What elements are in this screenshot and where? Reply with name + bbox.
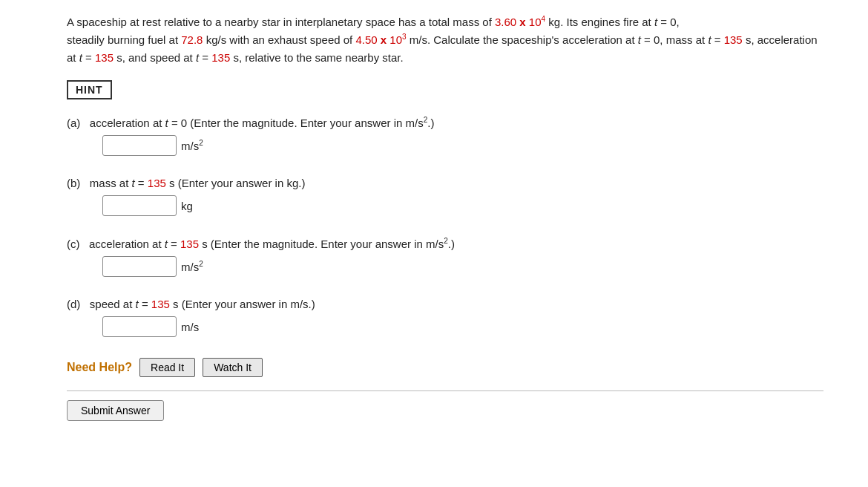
part-c-label: (c) acceleration at t = 135 s (Enter the… [67, 237, 823, 250]
hint-label: HINT [76, 84, 103, 96]
part-a-input[interactable] [102, 135, 177, 156]
part-a-label: (a) acceleration at t = 0 (Enter the mag… [67, 116, 823, 129]
burn-rate: 72.8 [181, 33, 203, 46]
exhaust-speed: 4.50 x 103 [355, 33, 406, 46]
part-d-label: (d) speed at t = 135 s (Enter your answe… [67, 298, 823, 310]
problem-text: A spaceship at rest relative to a nearby… [67, 13, 823, 67]
need-help-row: Need Help? Read It Watch It [67, 358, 823, 377]
part-d: (d) speed at t = 135 s (Enter your answe… [67, 298, 823, 337]
t-value-1: 135 [724, 33, 743, 46]
part-b-unit: kg [181, 200, 193, 212]
part-c-input[interactable] [102, 256, 177, 277]
part-b-t-val: 135 [148, 177, 166, 189]
part-c: (c) acceleration at t = 135 s (Enter the… [67, 237, 823, 277]
part-b-label: (b) mass at t = 135 s (Enter your answer… [67, 177, 823, 189]
t-value-3: 135 [211, 51, 230, 64]
part-c-unit: m/s2 [181, 260, 203, 273]
part-b: (b) mass at t = 135 s (Enter your answer… [67, 177, 823, 216]
part-a-unit: m/s2 [181, 139, 203, 152]
part-d-unit: m/s [181, 321, 199, 333]
submit-answer-button[interactable]: Submit Answer [67, 400, 164, 421]
t-value-2: 135 [95, 51, 114, 64]
hint-box[interactable]: HINT [67, 80, 112, 99]
need-help-label: Need Help? [67, 361, 132, 374]
mass-value: 3.60 x 104 [495, 16, 545, 28]
part-b-input[interactable] [102, 195, 177, 216]
submit-row: Submit Answer [67, 390, 823, 421]
part-d-input-row: m/s [102, 316, 823, 337]
watch-it-button[interactable]: Watch It [203, 358, 263, 377]
part-c-t-val: 135 [180, 238, 199, 250]
part-b-input-row: kg [102, 195, 823, 216]
part-d-input[interactable] [102, 316, 177, 337]
read-it-button[interactable]: Read It [139, 358, 195, 377]
part-a-input-row: m/s2 [102, 135, 823, 156]
part-c-input-row: m/s2 [102, 256, 823, 277]
part-a: (a) acceleration at t = 0 (Enter the mag… [67, 116, 823, 156]
part-d-t-val: 135 [151, 298, 170, 310]
